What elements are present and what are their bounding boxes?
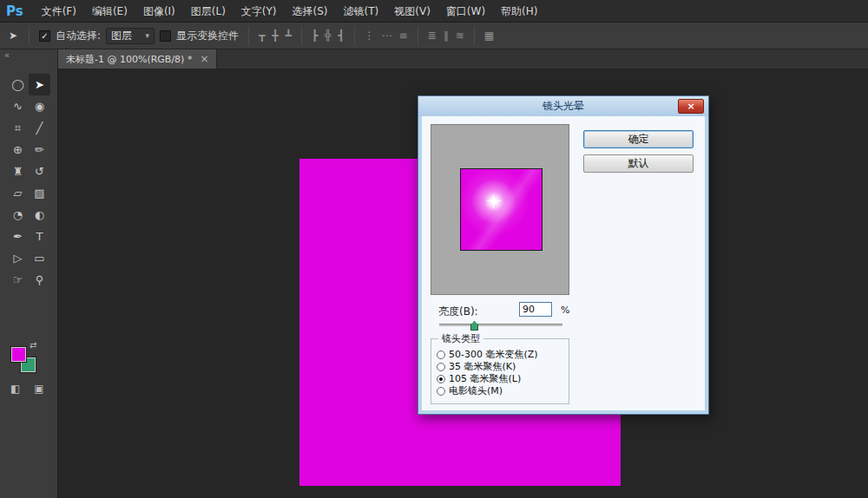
- lens-option-35mm-prime[interactable]: 35 毫米聚焦(K): [437, 361, 516, 372]
- dialog-titlebar[interactable]: 镜头光晕 ×: [418, 96, 708, 116]
- tools-grid: ◯ ➤ ∿ ◉ ⌗ ╱ ⊕ ✏ ♜ ↺ ▱ ▨ ◔ ◐ ✒ T ▷ ▭ ☞ ⚲: [7, 74, 50, 291]
- tool-blur[interactable]: ◔: [7, 204, 29, 226]
- tool-eraser[interactable]: ▱: [7, 182, 29, 204]
- menu-select[interactable]: 选择(S): [285, 0, 336, 23]
- align-bottom-icon[interactable]: ┻: [286, 29, 292, 42]
- distribute-hcenter-icon[interactable]: ∥: [444, 29, 449, 42]
- menu-filter[interactable]: 滤镜(T): [336, 0, 387, 23]
- brightness-slider[interactable]: [439, 324, 562, 326]
- photoshop-window: Ps 文件(F) 编辑(E) 图像(I) 图层(L) 文字(Y) 选择(S) 滤…: [0, 0, 868, 498]
- tool-path-selection[interactable]: ▷: [7, 247, 29, 269]
- lens-type-group: 镜头类型 50-300 毫米变焦(Z) 35 毫米聚焦(K) 105 毫米聚焦(…: [431, 338, 569, 404]
- menu-file[interactable]: 文件(F): [34, 0, 84, 23]
- align-right-icon[interactable]: ┫: [338, 29, 344, 42]
- quick-mask-icon[interactable]: ◧: [10, 383, 20, 395]
- tool-elliptical-marquee[interactable]: ◯: [7, 74, 29, 95]
- menu-type[interactable]: 文字(Y): [233, 0, 285, 23]
- check-icon: ✓: [41, 31, 48, 41]
- radio-icon[interactable]: [437, 363, 445, 371]
- lens-option-movie-prime[interactable]: 电影镜头(M): [437, 385, 503, 396]
- distribute-group-horizontal: ≣ ∥ ≋: [428, 29, 464, 42]
- brightness-slider-thumb[interactable]: [470, 321, 478, 331]
- radio-icon[interactable]: [437, 375, 445, 383]
- divider: [29, 26, 30, 45]
- menu-layer[interactable]: 图层(L): [183, 0, 233, 23]
- brightness-input[interactable]: [519, 302, 552, 317]
- lens-option-50-300-zoom[interactable]: 50-300 毫米变焦(Z): [437, 349, 538, 360]
- align-hcenter-icon[interactable]: ╬: [325, 29, 331, 42]
- tools-footer: ◧ ▣: [10, 383, 44, 395]
- lens-option-label: 电影镜头(M): [449, 384, 503, 397]
- tool-crop[interactable]: ⌗: [7, 117, 29, 139]
- radio-icon[interactable]: [437, 387, 445, 396]
- show-transform-checkbox[interactable]: [160, 30, 171, 42]
- foreground-color-swatch[interactable]: [11, 347, 26, 362]
- dialog-body: 确定 默认 亮度(B): % 镜头类型 50-300 毫米变焦(Z) 35 毫米…: [422, 116, 705, 410]
- tool-history-brush[interactable]: ↺: [29, 161, 50, 182]
- tab-close-icon[interactable]: ×: [200, 53, 208, 65]
- document-tab[interactable]: 未标题-1 @ 100%(RGB/8) * ×: [58, 49, 217, 69]
- dialog-close-button[interactable]: ×: [678, 99, 704, 114]
- tool-clone-stamp[interactable]: ♜: [7, 161, 29, 182]
- align-top-icon[interactable]: ┳: [259, 29, 265, 42]
- divider: [418, 26, 418, 45]
- default-button[interactable]: 默认: [583, 154, 694, 173]
- align-vcenter-icon[interactable]: ╋: [272, 29, 278, 42]
- auto-select-checkbox[interactable]: ✓: [39, 30, 50, 42]
- tool-brush[interactable]: ✏: [29, 139, 50, 161]
- distribute-right-icon[interactable]: ≋: [456, 29, 464, 42]
- swap-colors-icon[interactable]: ⇄: [30, 340, 36, 350]
- menu-help[interactable]: 帮助(H): [493, 0, 545, 23]
- tool-spot-healing[interactable]: ⊕: [7, 139, 29, 161]
- screen-mode-icon[interactable]: ▣: [34, 383, 43, 395]
- tool-zoom[interactable]: ⚲: [29, 269, 50, 291]
- document-tab-title: 未标题-1 @ 100%(RGB/8) *: [66, 53, 192, 66]
- dialog-title: 镜头光晕: [542, 99, 584, 114]
- lens-option-label: 105 毫米聚焦(L): [449, 372, 521, 385]
- auto-align-layers-icon[interactable]: ▦: [484, 29, 494, 42]
- auto-align-group: ▦: [484, 29, 494, 42]
- tool-eyedropper[interactable]: ╱: [29, 117, 50, 139]
- collapse-panel-icon[interactable]: «: [4, 50, 10, 60]
- menu-window[interactable]: 窗口(W): [438, 0, 493, 23]
- dropdown-value: 图层: [111, 29, 132, 43]
- tool-lasso[interactable]: ∿: [7, 95, 29, 117]
- document-tab-bar: 未标题-1 @ 100%(RGB/8) * ×: [58, 49, 868, 69]
- tool-dodge[interactable]: ◐: [29, 204, 50, 226]
- tool-type[interactable]: T: [29, 226, 50, 247]
- brightness-label: 亮度(B):: [438, 305, 478, 319]
- distribute-top-icon[interactable]: ⋮: [365, 29, 375, 42]
- radio-icon[interactable]: [437, 351, 445, 359]
- color-swatches: ⇄: [11, 343, 43, 376]
- distribute-left-icon[interactable]: ≣: [428, 29, 437, 42]
- menu-image[interactable]: 图像(I): [135, 0, 183, 23]
- photoshop-logo: Ps: [6, 3, 23, 19]
- tool-hand[interactable]: ☞: [7, 269, 29, 291]
- distribute-vcenter-icon[interactable]: ⋯: [382, 29, 392, 42]
- close-icon: ×: [687, 101, 694, 112]
- tool-move[interactable]: ➤: [29, 74, 50, 95]
- divider: [474, 26, 475, 45]
- lens-option-105mm-prime[interactable]: 105 毫米聚焦(L): [437, 373, 521, 384]
- flare-preview-image[interactable]: [460, 168, 542, 251]
- menu-view[interactable]: 视图(V): [386, 0, 438, 23]
- align-group-vertical: ┳ ╋ ┻: [259, 29, 292, 42]
- tool-gradient[interactable]: ▨: [29, 182, 50, 204]
- auto-select-label: 自动选择:: [56, 29, 101, 43]
- tools-panel-header: «: [0, 49, 57, 63]
- lens-type-group-label: 镜头类型: [438, 332, 483, 345]
- align-left-icon[interactable]: ┣: [312, 29, 318, 42]
- divider: [301, 26, 302, 45]
- brightness-unit: %: [561, 305, 569, 316]
- ok-button[interactable]: 确定: [583, 130, 694, 148]
- distribute-bottom-icon[interactable]: ≡: [399, 29, 408, 42]
- auto-select-target-dropdown[interactable]: 图层 ▾: [106, 28, 155, 44]
- show-transform-label: 显示变换控件: [176, 29, 239, 43]
- flare-preview-panel: [431, 124, 569, 295]
- tool-quick-selection[interactable]: ◉: [29, 95, 50, 117]
- chevron-down-icon: ▾: [146, 31, 150, 40]
- menu-edit[interactable]: 编辑(E): [84, 0, 135, 23]
- tool-pen[interactable]: ✒: [7, 226, 29, 247]
- menu-bar: Ps 文件(F) 编辑(E) 图像(I) 图层(L) 文字(Y) 选择(S) 滤…: [0, 0, 868, 23]
- tool-shape[interactable]: ▭: [29, 247, 50, 269]
